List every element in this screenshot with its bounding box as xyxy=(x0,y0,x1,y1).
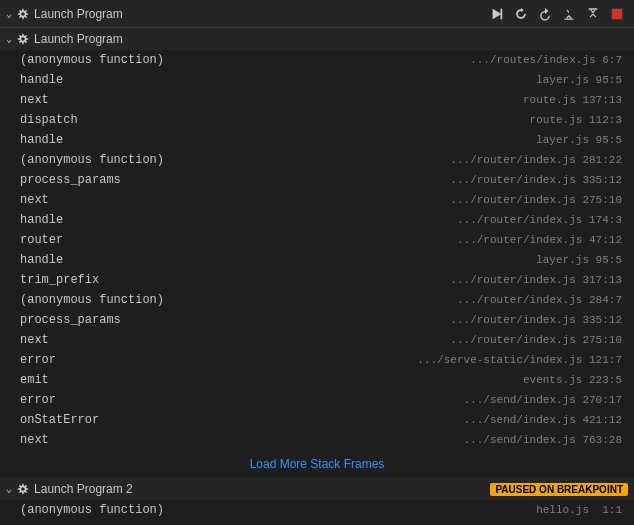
stack-location: .../send/index.js 421:12 xyxy=(464,414,622,426)
stack-row[interactable]: onStatError.../send/index.js 421:12 xyxy=(0,410,634,430)
stack-location: route.js 112:3 xyxy=(530,114,622,126)
stack-fn: emit xyxy=(20,373,140,387)
section1-chevron: ⌄ xyxy=(6,33,12,45)
stack-location: .../router/index.js 281:22 xyxy=(450,154,622,166)
stack-fn: process_params xyxy=(20,173,140,187)
stack-location: .../router/index.js 275:10 xyxy=(450,194,622,206)
stack-location: .../router/index.js 275:10 xyxy=(450,334,622,346)
stack-location: .../router/index.js 317:13 xyxy=(450,274,622,286)
section2-label: Launch Program 2 xyxy=(34,482,133,496)
stack-location: .../routes/index.js 6:7 xyxy=(470,54,622,66)
stack-location: .../router/index.js 284:7 xyxy=(457,294,622,306)
content-area[interactable]: ⌄ Launch Program (anonymous function)...… xyxy=(0,28,634,525)
load-more-row: Load More Stack Frames xyxy=(0,450,634,478)
section1-header[interactable]: ⌄ Launch Program xyxy=(0,28,634,50)
step-into-button[interactable] xyxy=(558,3,580,25)
stack-fn: trim_prefix xyxy=(20,273,140,287)
stack-row[interactable]: process_params.../router/index.js 335:12 xyxy=(0,310,634,330)
stack-location: route.js 137:13 xyxy=(523,94,622,106)
stack-fn: (anonymous function) xyxy=(20,293,164,307)
panel-title: Launch Program xyxy=(34,7,123,21)
stack-row[interactable]: (anonymous function).../router/index.js … xyxy=(0,150,634,170)
stack-location: .../serve-static/index.js 121:7 xyxy=(417,354,622,366)
stack-location: .../router/index.js 335:12 xyxy=(450,174,622,186)
stack-row[interactable]: handle.../router/index.js 174:3 xyxy=(0,210,634,230)
stack-location: events.js 223:5 xyxy=(523,374,622,386)
stack-location: .../router/index.js 174:3 xyxy=(457,214,622,226)
stack-fn: (anonymous function) xyxy=(20,53,164,67)
collapse-icon[interactable]: ⌄ xyxy=(6,8,12,20)
stack-fn: next xyxy=(20,93,140,107)
section1-label: Launch Program xyxy=(34,32,123,46)
svg-rect-0 xyxy=(501,8,503,19)
toolbar-actions xyxy=(486,3,628,25)
load-more-button[interactable]: Load More Stack Frames xyxy=(250,457,385,471)
section1-gear-icon xyxy=(16,32,30,46)
stack-row[interactable]: error.../send/index.js 270:17 xyxy=(0,390,634,410)
stack-row[interactable]: dispatchroute.js 112:3 xyxy=(0,110,634,130)
stack-row[interactable]: handlelayer.js 95:5 xyxy=(0,130,634,150)
stack-fn: next xyxy=(20,433,140,447)
last-frame-fn: (anonymous function) xyxy=(20,503,164,517)
stack-fn: next xyxy=(20,193,140,207)
last-frame-row[interactable]: (anonymous function) hello.js 1:1 xyxy=(0,500,634,520)
stack-fn: (anonymous function) xyxy=(20,153,164,167)
stack-row[interactable]: trim_prefix.../router/index.js 317:13 xyxy=(0,270,634,290)
paused-badge: PAUSED ON BREAKPOINT xyxy=(490,483,628,496)
restart-button[interactable] xyxy=(510,3,532,25)
stack-fn: handle xyxy=(20,73,140,87)
stack-location: .../send/index.js 270:17 xyxy=(464,394,622,406)
panel-header: ⌄ Launch Program xyxy=(0,0,634,28)
stack-row[interactable]: nextroute.js 137:13 xyxy=(0,90,634,110)
stack-fn: handle xyxy=(20,213,140,227)
stack-fn: dispatch xyxy=(20,113,140,127)
stack-row[interactable]: (anonymous function).../router/index.js … xyxy=(0,290,634,310)
stack-fn: process_params xyxy=(20,313,140,327)
stop-button[interactable] xyxy=(606,3,628,25)
stack-row[interactable]: process_params.../router/index.js 335:12 xyxy=(0,170,634,190)
section2-chevron: ⌄ xyxy=(6,483,12,495)
stack-location: .../router/index.js 335:12 xyxy=(450,314,622,326)
stack-fn: error xyxy=(20,353,140,367)
stack-row[interactable]: error.../serve-static/index.js 121:7 xyxy=(0,350,634,370)
stack-location: .../router/index.js 47:12 xyxy=(457,234,622,246)
stack-fn: next xyxy=(20,333,140,347)
settings-icon xyxy=(16,7,30,21)
stack-row[interactable]: (anonymous function).../routes/index.js … xyxy=(0,50,634,70)
last-frame-location: hello.js 1:1 xyxy=(536,504,622,516)
section2-header[interactable]: ⌄ Launch Program 2 PAUSED ON BREAKPOINT xyxy=(0,478,634,500)
stack-row[interactable]: router.../router/index.js 47:12 xyxy=(0,230,634,250)
stack-row[interactable]: next.../router/index.js 275:10 xyxy=(0,330,634,350)
step-out-button[interactable] xyxy=(582,3,604,25)
section2-left: ⌄ Launch Program 2 xyxy=(6,482,133,496)
stack-fn: handle xyxy=(20,253,140,267)
stack-location: layer.js 95:5 xyxy=(536,254,622,266)
section2-gear-icon xyxy=(16,482,30,496)
stack-frames-list: (anonymous function).../routes/index.js … xyxy=(0,50,634,450)
call-stack-panel: ⌄ Launch Program xyxy=(0,0,634,525)
stack-location: layer.js 95:5 xyxy=(536,74,622,86)
svg-rect-1 xyxy=(612,8,623,19)
stack-location: .../send/index.js 763:28 xyxy=(464,434,622,446)
stack-location: layer.js 95:5 xyxy=(536,134,622,146)
stack-fn: handle xyxy=(20,133,140,147)
stack-row[interactable]: handlelayer.js 95:5 xyxy=(0,250,634,270)
panel-title-area: ⌄ Launch Program xyxy=(6,7,123,21)
stack-row[interactable]: next.../send/index.js 763:28 xyxy=(0,430,634,450)
stack-fn: onStatError xyxy=(20,413,140,427)
step-over-button[interactable] xyxy=(534,3,556,25)
continue-button[interactable] xyxy=(486,3,508,25)
stack-row[interactable]: handlelayer.js 95:5 xyxy=(0,70,634,90)
stack-fn: error xyxy=(20,393,140,407)
stack-fn: router xyxy=(20,233,140,247)
stack-row[interactable]: emitevents.js 223:5 xyxy=(0,370,634,390)
stack-row[interactable]: next.../router/index.js 275:10 xyxy=(0,190,634,210)
